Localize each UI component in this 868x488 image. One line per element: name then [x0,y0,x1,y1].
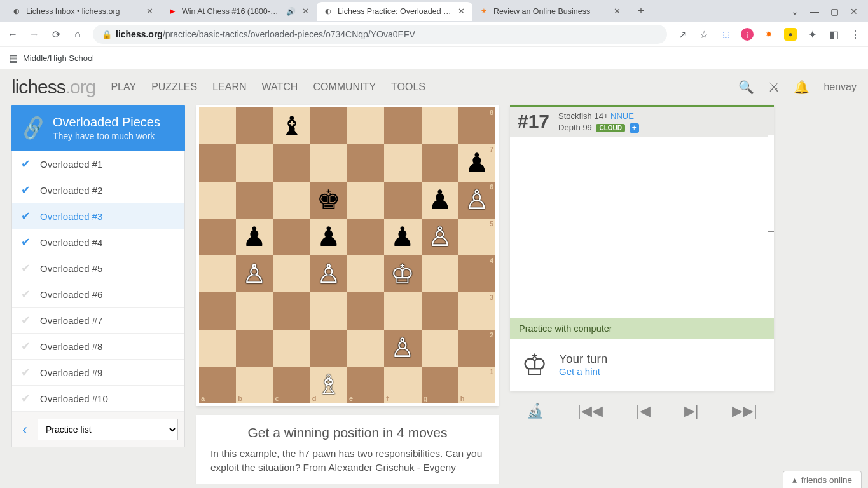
chess-piece[interactable]: ♙ [390,332,415,363]
board-square[interactable] [310,144,347,181]
browser-tab[interactable]: ◐ Lichess Inbox • lichess.org ✕ [5,2,161,21]
board-square[interactable] [310,107,347,144]
practice-item[interactable]: ✔ Overloaded #5 [12,255,184,281]
chess-piece[interactable]: ♝ [280,111,304,142]
board-square[interactable]: ♟ [384,219,421,255]
board-square[interactable] [310,330,347,367]
sound-icon[interactable]: 🔊 [286,7,296,16]
practice-item[interactable]: ✔ Overloaded #3 [12,203,184,229]
move-list[interactable] [510,137,774,318]
practice-item[interactable]: ✔ Overloaded #10 [12,386,184,412]
board-square[interactable]: ♝ [273,107,310,144]
new-tab-button[interactable]: + [632,3,650,20]
board-square[interactable]: 8 [458,107,495,144]
browser-tab[interactable]: ★ Review an Online Business ✕ [472,2,628,21]
nav-item[interactable]: WATCH [262,81,298,93]
close-tab-icon[interactable]: ✕ [612,6,622,16]
board-square[interactable] [236,107,273,144]
chess-piece[interactable]: ♟ [390,221,415,252]
chess-piece[interactable]: ♗ [317,369,341,400]
board-square[interactable]: c [273,367,310,403]
board-square[interactable] [422,292,458,329]
board-square[interactable]: ♔ [384,255,421,292]
board-square[interactable] [199,330,236,367]
close-tab-icon[interactable]: ✕ [456,6,466,16]
board-square[interactable] [199,182,236,219]
practice-item[interactable]: ✔ Overloaded #8 [12,334,184,360]
next-move-button[interactable]: ▶| [684,403,699,419]
chess-piece[interactable]: ♟ [242,221,266,252]
practice-item[interactable]: ✔ Overloaded #6 [12,281,184,308]
chess-piece[interactable]: ♙ [428,221,452,252]
board-square[interactable] [236,144,273,181]
board-square[interactable]: ♗d [310,367,347,403]
board-square[interactable]: f [384,367,421,403]
practice-item[interactable]: ✔ Overloaded #4 [12,229,184,255]
board-square[interactable]: 5 [458,219,495,255]
board-square[interactable] [422,330,458,367]
practice-item[interactable]: ✔ Overloaded #9 [12,360,184,386]
board-square[interactable]: e [347,367,384,403]
back-icon[interactable]: ← [6,29,19,40]
board-square[interactable] [199,107,236,144]
board-square[interactable] [422,107,458,144]
board-square[interactable] [273,144,310,181]
board-square[interactable] [199,255,236,292]
practice-item[interactable]: ✔ Overloaded #2 [12,177,184,203]
close-window-icon[interactable]: ✕ [850,6,858,17]
board-square[interactable] [347,292,384,329]
chess-piece[interactable]: ♙ [317,259,341,290]
board-square[interactable]: ♟7 [458,144,495,181]
browser-tab[interactable]: ▶ Win At Chess #16 (1800-2500) 🔊 ✕ [161,2,317,21]
board-square[interactable] [199,292,236,329]
chess-piece[interactable]: ♟ [428,184,452,215]
board-square[interactable] [347,107,384,144]
board-square[interactable] [384,182,421,219]
board-square[interactable] [310,292,347,329]
nav-item[interactable]: PLAY [111,81,136,93]
hint-link[interactable]: Get a hint [559,366,600,377]
board-square[interactable] [273,330,310,367]
menu-icon[interactable]: ⋮ [849,29,862,41]
board-square[interactable]: 2 [458,330,495,367]
board-square[interactable]: ♟ [422,182,458,219]
ext-orange-icon[interactable]: ✹ [762,28,775,41]
prev-move-button[interactable]: |◀ [636,403,651,419]
chess-piece[interactable]: ♙ [465,184,489,215]
board-square[interactable] [384,144,421,181]
back-button[interactable]: ‹ [18,421,31,438]
maximize-icon[interactable]: ▢ [830,6,839,17]
board-square[interactable] [199,144,236,181]
first-move-button[interactable]: |◀◀ [577,403,603,419]
nnue-label[interactable]: NNUE [610,111,634,121]
board-square[interactable] [384,292,421,329]
board-square[interactable] [347,219,384,255]
friends-panel[interactable]: ▴ friends online [783,471,862,484]
nav-item[interactable]: LEARN [212,81,246,93]
close-tab-icon[interactable]: ✕ [300,6,310,16]
board-square[interactable]: a [199,367,236,403]
board-square[interactable] [422,144,458,181]
chess-piece[interactable]: ♙ [242,259,266,290]
board-square[interactable] [199,219,236,255]
last-move-button[interactable]: ▶▶| [732,403,757,419]
board-square[interactable] [384,107,421,144]
ext-pink-icon[interactable]: ¡ [741,28,754,41]
board-square[interactable] [273,255,310,292]
board-square[interactable]: 1h [458,367,495,403]
nav-item[interactable]: COMMUNITY [313,81,376,93]
username[interactable]: henvay [823,81,857,93]
chess-piece[interactable]: ♔ [390,259,415,290]
microscope-icon[interactable]: 🔬 [527,403,544,419]
board-square[interactable] [236,292,273,329]
board-square[interactable] [236,330,273,367]
chess-piece[interactable]: ♟ [465,147,489,179]
board-square[interactable]: ♙ [384,330,421,367]
star-icon[interactable]: ☆ [698,29,710,41]
search-icon[interactable]: 🔍 [738,79,754,95]
bookmark-item[interactable]: Middle/High School [23,53,94,63]
site-logo[interactable]: lichess.org [11,76,95,98]
board-square[interactable]: ♙6 [458,182,495,219]
ext-yellow-icon[interactable]: ● [784,28,797,41]
ext-translate-icon[interactable]: ⬚ [719,28,732,41]
